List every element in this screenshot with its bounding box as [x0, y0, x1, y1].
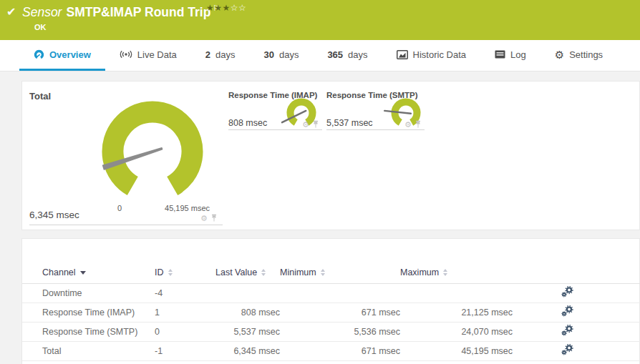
- gauges-card: Total 0 45,195 msec 6,345 msec ⚙ Respons…: [21, 81, 640, 230]
- gauge-icon: [34, 49, 44, 60]
- sort-icon: [261, 269, 266, 276]
- sensor-title-line: SensorSMTP&IMAP Round Trip⚐: [22, 5, 220, 20]
- panel-divider: [228, 129, 322, 130]
- tab-number: 30: [263, 49, 273, 60]
- live-data-icon: [120, 49, 132, 59]
- tab-365-days[interactable]: 365 days: [313, 40, 382, 71]
- gauge-total-actions: ⚙: [200, 214, 218, 223]
- panel-divider: [29, 225, 223, 225]
- table-row: Response Time (IMAP) 1 808 msec 671 msec…: [22, 302, 640, 322]
- channel-maximum: [400, 283, 513, 302]
- channel-name: Downtime: [22, 283, 155, 302]
- channel-maximum: 24,070 msec: [400, 322, 513, 341]
- gauge-scale-min: 0: [112, 204, 127, 212]
- panel-divider: [326, 129, 425, 130]
- channel-settings-gears-icon[interactable]: [561, 286, 573, 297]
- star-empty-icon[interactable]: ☆☆: [231, 3, 247, 13]
- tab-log[interactable]: Log: [480, 40, 540, 71]
- tab-historic-data[interactable]: Historic Data: [382, 40, 480, 71]
- table-row: Downtime -4: [22, 283, 640, 302]
- channel-maximum: 45,195 msec: [400, 341, 513, 360]
- gauge-smtp-value: 5,537 msec: [326, 118, 373, 128]
- gauge-imap-value: 808 msec: [228, 118, 267, 128]
- tab-30-days[interactable]: 30 days: [249, 40, 313, 71]
- column-label: Last Value: [215, 267, 257, 277]
- sort-icon: [321, 269, 325, 276]
- channel-name: Response Time (SMTP): [22, 322, 155, 341]
- tab-bar: Overview Live Data 2 days 30 days 365 da…: [0, 40, 640, 72]
- table-row: Response Time (SMTP) 0 5,537 msec 5,536 …: [22, 322, 640, 341]
- page-title: SMTP&IMAP Round Trip: [66, 5, 210, 19]
- channel-minimum: [280, 283, 400, 302]
- status-badge: OK: [34, 23, 47, 31]
- tab-label: days: [279, 49, 299, 60]
- tab-label: days: [215, 49, 235, 60]
- pin-icon[interactable]: [312, 120, 319, 129]
- gauge-total-dial[interactable]: [99, 98, 206, 205]
- status-ok-check-icon: ✔: [6, 5, 16, 19]
- tab-number: 2: [205, 49, 210, 60]
- pin-icon[interactable]: [414, 120, 422, 129]
- column-label: ID: [155, 267, 164, 277]
- tab-label: Overview: [49, 49, 91, 60]
- chart-icon: [397, 50, 408, 59]
- gauge-total-title: Total: [29, 91, 51, 102]
- tab-label: Live Data: [137, 49, 177, 60]
- channel-settings-gears-icon[interactable]: [561, 325, 573, 336]
- star-filled-icon[interactable]: ★★★: [206, 3, 231, 13]
- column-label: Maximum: [400, 267, 439, 277]
- gauge-total-value: 6,345 msec: [29, 210, 79, 220]
- gauge-smtp-actions: ⚙: [404, 120, 422, 129]
- channel-minimum: 5,536 msec: [280, 322, 400, 341]
- gauge-imap-actions: ⚙: [302, 120, 319, 129]
- channels-table: Channel ID Last Value Minimum Maximum Do…: [22, 262, 640, 361]
- tab-settings[interactable]: ⚙ Settings: [540, 40, 617, 71]
- column-header-id[interactable]: ID: [155, 262, 215, 283]
- priority-stars[interactable]: ★★★☆☆: [206, 3, 246, 13]
- column-label: Channel: [42, 267, 76, 277]
- channel-id: 1: [155, 302, 215, 322]
- channel-last-value: [215, 283, 280, 302]
- channel-last-value: 808 msec: [215, 302, 280, 322]
- sensor-kind-label: Sensor: [22, 5, 62, 19]
- tab-label: days: [348, 49, 367, 60]
- channel-settings-gears-icon[interactable]: [561, 344, 573, 355]
- gauge-scale-max: 45,195 msec: [137, 204, 210, 212]
- sort-icon: [168, 269, 173, 276]
- tab-number: 365: [327, 49, 343, 60]
- gear-icon[interactable]: ⚙: [302, 121, 309, 129]
- channel-name: Total: [22, 341, 155, 360]
- column-header-minimum[interactable]: Minimum: [280, 262, 400, 283]
- channel-last-value: 5,537 msec: [215, 322, 280, 341]
- channel-id: -4: [155, 283, 215, 302]
- gear-icon: ⚙: [555, 49, 564, 60]
- tab-label: Historic Data: [413, 49, 466, 60]
- channel-id: 0: [155, 322, 215, 341]
- sort-desc-icon: [80, 271, 86, 275]
- sort-icon: [443, 269, 447, 276]
- tab-2-days[interactable]: 2 days: [191, 40, 250, 71]
- pin-icon[interactable]: [210, 214, 218, 223]
- column-header-channel[interactable]: Channel: [22, 262, 155, 283]
- log-icon: [495, 50, 505, 59]
- channel-name: Response Time (IMAP): [22, 302, 155, 322]
- channel-last-value: 6,345 msec: [215, 341, 280, 360]
- channel-id: -1: [155, 341, 215, 360]
- table-header-row: Channel ID Last Value Minimum Maximum: [22, 262, 640, 283]
- column-header-last-value[interactable]: Last Value: [215, 262, 280, 283]
- tab-live-data[interactable]: Live Data: [105, 40, 191, 71]
- channels-card: Channel ID Last Value Minimum Maximum Do…: [21, 238, 640, 364]
- tab-label: Settings: [569, 49, 603, 60]
- channel-settings-gears-icon[interactable]: [561, 305, 573, 317]
- channel-minimum: 671 msec: [280, 302, 400, 322]
- column-label: Minimum: [280, 267, 316, 277]
- channel-maximum: 21,125 msec: [400, 302, 513, 322]
- gear-icon[interactable]: ⚙: [200, 215, 208, 222]
- channel-minimum: 671 msec: [280, 341, 400, 360]
- tab-overview[interactable]: Overview: [19, 40, 105, 71]
- column-header-maximum[interactable]: Maximum: [400, 262, 513, 283]
- sensor-header: ✔ SensorSMTP&IMAP Round Trip⚐ ★★★☆☆ OK: [0, 0, 640, 40]
- tab-label: Log: [510, 49, 526, 60]
- table-row: Total -1 6,345 msec 671 msec 45,195 msec: [22, 341, 640, 360]
- gear-icon[interactable]: ⚙: [404, 121, 412, 129]
